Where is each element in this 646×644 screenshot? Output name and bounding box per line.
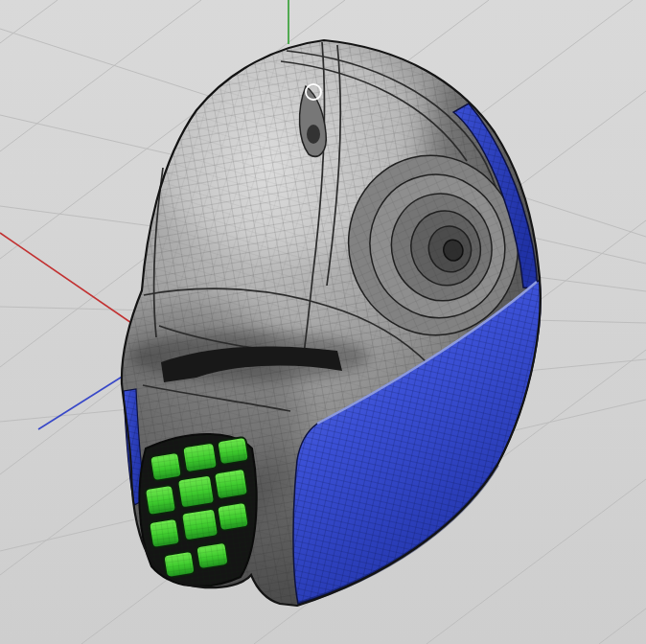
viewport-canvas[interactable]: [0, 0, 646, 644]
mouth-grille-selected[interactable]: [139, 431, 259, 586]
grille-wireframe: [139, 431, 259, 586]
crown-notch-hole: [307, 125, 320, 144]
viewport-3d[interactable]: [0, 0, 646, 644]
